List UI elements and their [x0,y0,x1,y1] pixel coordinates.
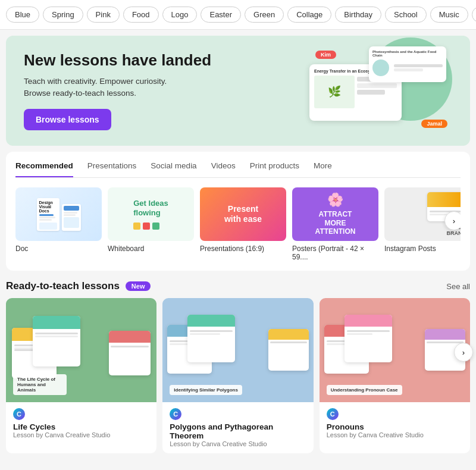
tab-social-media[interactable]: Social media [151,161,196,177]
pronouns-name: Pronouns [327,422,463,431]
tabs-bar: Recommended Presentations Social media V… [15,161,461,178]
posters-label: Posters (Portrait - 42 × 59.... [292,245,378,261]
pronouns-by: Lesson by Canva Creative Studio [327,431,463,438]
polygons-name: Polygons and Pythagorean Theorem [170,422,306,440]
tag-blue[interactable]: Blue [6,7,39,23]
whiteboard-inner: Get Ideas flowing [127,187,174,241]
tag-easter[interactable]: Easter [201,7,241,23]
pronouns-overlay-text: Understanding Pronoun Case [327,385,402,395]
presentations-inner: Present with ease [224,187,262,241]
lessons-title-row: Ready-to-teach lessons New [6,280,151,292]
tag-black[interactable]: Black [472,7,476,23]
new-badge: New [126,281,151,291]
tab-videos[interactable]: Videos [211,161,236,177]
lessons-section-title: Ready-to-teach lessons [6,280,120,292]
banner-visual: Energy Transfer in an Ecosystem 🌿 Photos… [292,43,452,139]
cards-next-button[interactable]: › [444,211,461,230]
see-all-link[interactable]: See all [446,282,470,291]
banner-text-area: New lessons have landed Teach with creat… [24,51,292,131]
banner-kim-bubble: Kim [315,51,336,59]
poster-inner: 🌸 ATTRACT MORE ATTENTION [315,187,356,241]
tab-print-products[interactable]: Print products [250,161,299,177]
polygons-thumbnail: Identifying Similar Polygons [162,298,313,402]
tags-bar: Blue Spring Pink Food Logo Easter Green … [0,0,476,30]
whiteboard-heading: Get Ideas flowing [133,199,168,217]
tag-birthday[interactable]: Birthday [335,7,381,23]
template-card-doc[interactable]: Design Visual Docs Doc [15,187,102,261]
tag-logo[interactable]: Logo [162,7,198,23]
tab-more[interactable]: More [314,161,332,177]
presentations-text: Present with ease [224,204,262,224]
pron-lmc-2 [345,315,392,362]
life-cycles-by: Lesson by Canva Creative Studio [13,431,149,438]
lmc-3 [109,331,151,375]
poly-lmc-2 [187,315,235,362]
pronouns-label-area: C Pronouns Lesson by Canva Creative Stud… [320,402,470,444]
template-card-whiteboard[interactable]: Get Ideas flowing Whiteboard [108,187,194,261]
lmc-2 [33,316,80,366]
tag-food[interactable]: Food [123,7,159,23]
doc-page-secondary [62,204,81,231]
tag-pink[interactable]: Pink [87,7,120,23]
template-card-presentations[interactable]: Present with ease Presentations (16:9) [200,187,286,261]
life-cycles-mini-cards: The Life Cycle of Humans and Animals [6,298,156,402]
template-card-posters[interactable]: 🌸 ATTRACT MORE ATTENTION Posters (Portra… [292,187,378,261]
life-cycles-name: Life Cycles [13,422,149,431]
banner-top-card: Photosynthesis and the Aquatic Food Chai… [369,46,446,82]
pronouns-thumbnail: Understanding Pronoun Case [320,298,470,402]
polygons-by: Lesson by Canva Creative Studio [170,440,306,447]
polygons-label-area: C Polygons and Pythagorean Theorem Lesso… [162,402,313,453]
doc-thumbnail: Design Visual Docs [15,187,102,241]
tag-school[interactable]: School [385,7,427,23]
banner-jamal-bubble: Jamal [421,120,447,128]
doc-page-main: Design Visual Docs [37,198,60,231]
lessons-row: The Life Cycle of Humans and Animals C L… [6,298,470,453]
pronouns-icon-row: C [327,408,463,420]
canva-icon-polygons: C [170,408,181,420]
whiteboard-label: Whiteboard [108,245,194,253]
lessons-section-header: Ready-to-teach lessons New See all [6,280,470,292]
canva-icon-pronouns: C [327,408,339,420]
presentations-label: Presentations (16:9) [200,245,286,253]
lesson-card-pronouns[interactable]: Understanding Pronoun Case C Pronouns Le… [320,298,470,453]
tab-recommended[interactable]: Recommended [15,161,73,177]
canva-icon-life-cycles: C [13,408,25,420]
lessons-next-button[interactable]: › [454,343,473,362]
presentations-thumbnail: Present with ease [200,187,286,241]
life-cycles-label-area: C Life Cycles Lesson by Canva Creative S… [6,402,156,444]
template-cards-row: Design Visual Docs Doc [15,187,461,261]
banner-card3-title: Photosynthesis and the Aquatic Food Chai… [372,50,443,57]
life-cycles-icon-row: C [13,408,149,420]
poster-flowers-icon: 🌸 [327,192,343,208]
doc-label: Doc [15,245,102,253]
content-area: Recommended Presentations Social media V… [6,152,470,271]
polygons-icon-row: C [170,408,306,420]
lesson-card-polygons[interactable]: Identifying Similar Polygons C Polygons … [162,298,313,453]
tag-collage[interactable]: Collage [287,7,331,23]
pronouns-mini-cards: Understanding Pronoun Case [320,298,470,402]
polygons-mini-cards: Identifying Similar Polygons [162,298,313,402]
tag-spring[interactable]: Spring [43,7,83,23]
poster-text: ATTRACT MORE ATTENTION [315,210,356,236]
doc-inner: Design Visual Docs [32,193,86,236]
banner-subtitle: Teach with creativity. Empower curiosity… [24,76,292,100]
poly-lmc-3 [268,329,309,371]
tag-green[interactable]: Green [245,7,284,23]
poster-thumbnail: 🌸 ATTRACT MORE ATTENTION [292,187,378,241]
browse-lessons-button[interactable]: Browse lessons [24,109,111,130]
life-cycles-overlay-text: The Life Cycle of Humans and Animals [13,374,67,395]
instagram-label: Instagram Posts [384,245,461,253]
banner: New lessons have landed Teach with creat… [6,36,470,146]
lesson-card-life-cycles[interactable]: The Life Cycle of Humans and Animals C L… [6,298,156,453]
banner-title: New lessons have landed [24,51,292,70]
tag-music[interactable]: Music [430,7,468,23]
polygons-overlay-text: Identifying Similar Polygons [170,385,242,395]
tab-presentations[interactable]: Presentations [87,161,137,177]
life-cycles-thumbnail: The Life Cycle of Humans and Animals [6,298,156,402]
whiteboard-thumbnail: Get Ideas flowing [108,187,194,241]
